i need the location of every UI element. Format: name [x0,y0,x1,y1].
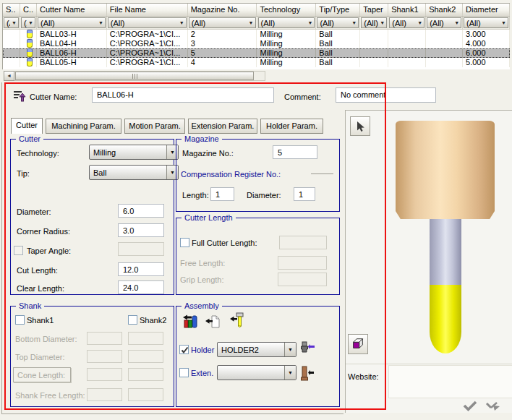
shank1-top-diameter-field [87,350,122,363]
filter-file-name[interactable]: (All)▼ [108,17,187,28]
select-pointer-button[interactable] [350,116,370,136]
tab-holder-param[interactable]: Holder Param. [260,119,323,134]
diameter-label: Diameter: [17,207,51,216]
column-header-file-name[interactable]: File Name [107,4,188,16]
check-icon [462,400,478,412]
column-header-shank1[interactable]: Shank1 [388,4,426,16]
column-header-tip-type[interactable]: Tip/Type [316,4,360,16]
dropdown-arrow-icon: ▼ [350,20,358,25]
bottom-diameter-label: Bottom Diameter: [15,335,77,343]
shank2-bottom-diameter-field [128,332,163,345]
cutter-name-label: Cutter Name: [30,93,77,101]
filter-magazine-no[interactable]: (All)▼ [189,17,256,28]
tip-label: Tip: [17,169,30,178]
filter-selected[interactable]: (All)▼ [4,17,19,28]
corner-radius-field[interactable]: 3.0 [118,223,164,237]
column-header-cutter-name[interactable]: Cutter Name [37,4,107,16]
filter-taper[interactable]: (All)▼ [361,17,387,28]
table-row[interactable]: BALL05-H C:\PROGRA~1\CI... 4 Milling Bal… [3,58,510,67]
ball-cutter-3d-render [430,285,461,353]
tab-motion-param[interactable]: Motion Param. [124,119,185,134]
copy-page-icon[interactable] [205,314,220,329]
column-header-selected[interactable]: S.. [3,4,20,16]
apply-next-icon [485,400,501,413]
free-length-field [278,256,327,270]
catalog-icon[interactable] [182,314,200,330]
assembly-group: Assembly [176,306,340,407]
table-row[interactable]: BALL04-H C:\PROGRA~1\CI... 3 Milling Bal… [3,39,510,48]
filter-shank2[interactable]: (All)▼ [427,17,461,28]
column-header-magazine-no[interactable]: Magazine No. [188,4,257,16]
tab-machining-param[interactable]: Machining Param. [46,119,121,134]
cut-length-field[interactable]: 12.0 [118,262,164,276]
dropdown-arrow-icon: ▼ [10,20,18,25]
shank-group-title: Shank [16,301,44,310]
column-header-technology[interactable]: Technology [257,4,316,16]
technology-label: Technology: [17,149,59,158]
full-cutter-length-label: Full Cutter Length: [192,239,257,247]
technology-select[interactable]: Milling▼ [89,145,179,160]
shank2-cone-length-field [128,368,163,381]
holder-pick-icon[interactable] [299,341,315,356]
column-header-shank2[interactable]: Shank2 [426,4,463,16]
holder-select[interactable]: HOLDER2▼ [217,342,296,357]
filter-cutter-name[interactable]: (All)▼ [38,17,106,28]
accept-next-button[interactable] [485,400,501,413]
taper-angle-field [118,242,164,256]
filter-technology[interactable]: (All)▼ [258,17,315,28]
grip-length-field [278,273,327,286]
rename-icon[interactable] [12,89,27,103]
free-length-label: Free Length: [180,259,225,267]
full-cutter-length-checkbox[interactable] [180,238,189,247]
pointer-icon [354,121,366,132]
view-3d-button[interactable] [348,334,368,354]
taper-angle-checkbox[interactable] [14,246,23,255]
table-horizontal-scrollbar[interactable]: ◂ [4,71,265,81]
tip-select[interactable]: Ball▼ [89,165,179,180]
dropdown-arrow-icon: ▼ [378,20,386,25]
filter-cutter-icon[interactable]: (All)▼ [21,17,35,28]
filter-shank1[interactable]: (All)▼ [389,17,424,28]
shank1-label: Shank1 [27,316,54,325]
filter-diameter[interactable]: (All)▼ [464,17,508,28]
comp-length-field[interactable]: 1 [210,187,234,201]
comment-input[interactable]: No comment [336,87,436,103]
shank-free-length-label: Shank Free Length: [15,391,85,400]
tab-cutter[interactable]: Cutter [11,118,43,134]
comp-length-label: Length: [182,191,209,200]
copy-tool-icon[interactable] [229,312,244,330]
extension-pick-icon[interactable] [300,365,315,382]
shank-3d-render [430,219,461,285]
comp-diameter-field[interactable]: 1 [294,187,315,201]
holder-label: Holder [191,346,214,354]
tab-extension-param[interactable]: Extension Param. [188,119,257,134]
panel-edge [1,82,2,413]
dropdown-arrow-icon: ▼ [416,20,424,25]
column-header-taper[interactable]: Taper [360,4,388,16]
holder-checkbox[interactable] [179,345,189,354]
table-row-selected[interactable]: BALL06-H C:\PROGRA~1\CI... 5 Milling Bal… [3,48,510,58]
exten-checkbox[interactable] [179,368,189,377]
shank2-checkbox[interactable] [128,315,137,325]
compensation-register-label: Compensation Register No.: [181,170,281,179]
diameter-field[interactable]: 6.0 [118,204,164,218]
shank1-cone-length-field [87,368,122,381]
column-header-diameter[interactable]: Diameter [463,4,510,16]
clear-length-field[interactable]: 24.0 [118,280,164,294]
column-header-cutter-icon[interactable]: C.. [20,4,37,16]
scroll-left-arrow-icon[interactable]: ◂ [4,71,14,81]
exten-select[interactable]: ▼ [217,365,296,380]
magazine-no-label: Magazine No.: [182,149,234,158]
cutter-name-input[interactable]: BALL06-H [92,87,274,103]
cutter-length-group: Cutter Length Full Cutter Length: Free L… [176,218,340,295]
table-row[interactable]: BALL03-H C:\PROGRA~1\CI... 2 Milling Bal… [3,30,510,39]
shank1-checkbox[interactable] [15,315,25,325]
top-diameter-label: Top Diameter: [15,353,64,361]
divider [346,364,512,364]
filter-tip-type[interactable]: (All)▼ [317,17,359,28]
scrollbar-thumb[interactable] [15,72,254,80]
cutter-length-group-title: Cutter Length [182,213,236,222]
panel-edge [1,413,344,414]
magazine-no-field[interactable]: 5 [273,145,317,159]
accept-button[interactable] [462,400,478,412]
